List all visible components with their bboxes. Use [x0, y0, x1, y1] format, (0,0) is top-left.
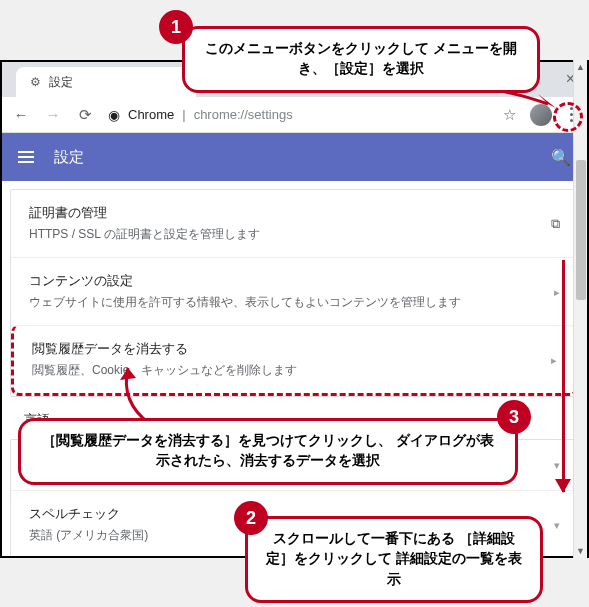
- row-title: コンテンツの設定: [29, 272, 560, 290]
- callout-1: このメニューボタンをクリックして メニューを開き、［設定］を選択: [182, 26, 540, 93]
- url-sep: |: [182, 107, 185, 122]
- row-title: 閲覧履歴データを消去する: [32, 340, 557, 358]
- gear-icon: ⚙: [30, 75, 41, 89]
- step-badge-2: 2: [234, 501, 268, 535]
- reload-icon[interactable]: ⟳: [76, 106, 94, 124]
- svg-marker-1: [120, 368, 136, 380]
- row-sub: HTTPS / SSL の証明書と設定を管理します: [29, 226, 560, 243]
- back-icon[interactable]: ←: [12, 106, 30, 123]
- chrome-icon: ◉: [108, 107, 120, 123]
- chevron-right-icon: ▸: [554, 285, 560, 298]
- scroll-down-icon[interactable]: ▼: [574, 544, 587, 558]
- scroll-thumb[interactable]: [576, 160, 586, 300]
- row-certificates[interactable]: 証明書の管理 HTTPS / SSL の証明書と設定を管理します ⧉: [11, 190, 578, 257]
- settings-card-privacy: 証明書の管理 HTTPS / SSL の証明書と設定を管理します ⧉ コンテンツ…: [10, 189, 579, 397]
- row-title: 証明書の管理: [29, 204, 560, 222]
- search-icon[interactable]: 🔍: [551, 148, 571, 167]
- row-content-settings[interactable]: コンテンツの設定 ウェブサイトに使用を許可する情報や、表示してもよいコンテンツを…: [11, 257, 578, 325]
- scrollbar[interactable]: ▲ ▼: [573, 60, 587, 558]
- annotation-arrow-down: [562, 260, 565, 492]
- callout-3: ［閲覧履歴データを消去する］を見つけてクリックし、 ダイアログが表示されたら、消…: [18, 418, 518, 485]
- callout-2: スクロールして一番下にある ［詳細設定］をクリックして 詳細設定の一覧を表示: [245, 516, 543, 603]
- scroll-up-icon[interactable]: ▲: [574, 60, 587, 74]
- step-badge-1: 1: [159, 10, 193, 44]
- forward-icon[interactable]: →: [44, 106, 62, 123]
- hamburger-icon[interactable]: [18, 151, 34, 163]
- url-label: Chrome: [128, 107, 174, 122]
- browser-tab[interactable]: ⚙ 設定: [16, 67, 196, 97]
- tab-title: 設定: [49, 74, 73, 91]
- settings-content: 証明書の管理 HTTPS / SSL の証明書と設定を管理します ⧉ コンテンツ…: [2, 181, 587, 556]
- step-badge-3: 3: [497, 400, 531, 434]
- page-title: 設定: [54, 148, 531, 167]
- url-path: chrome://settings: [194, 107, 293, 122]
- row-sub: ウェブサイトに使用を許可する情報や、表示してもよいコンテンツを管理します: [29, 294, 560, 311]
- row-clear-browsing-data[interactable]: 閲覧履歴データを消去する 閲覧履歴、Cookie、キャッシュなどを削除します ▸: [11, 325, 578, 396]
- external-link-icon: ⧉: [551, 216, 560, 232]
- app-header: 設定 🔍: [2, 133, 587, 181]
- chevron-right-icon: ▸: [551, 353, 557, 366]
- chevron-down-icon: ▾: [554, 518, 560, 531]
- chevron-down-icon: ▾: [554, 459, 560, 472]
- annotation-arrow-3: [110, 362, 170, 422]
